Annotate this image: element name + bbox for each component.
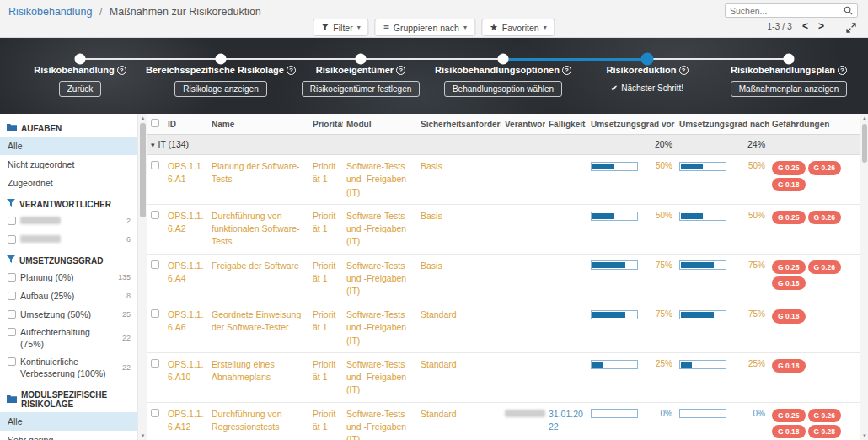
sidebar-item[interactable]: Alle: [0, 412, 137, 431]
help-icon[interactable]: ?: [562, 66, 571, 75]
step-action-button[interactable]: Zurück: [59, 81, 102, 97]
row-due-date[interactable]: [545, 204, 587, 254]
row-id-link[interactable]: OPS.1.1.6.A4: [164, 254, 208, 303]
row-id-link[interactable]: OPS.1.1.6.A1: [164, 155, 208, 205]
select-all-header[interactable]: [147, 114, 164, 135]
checkbox[interactable]: [8, 273, 16, 282]
table-scrollbar-thumb[interactable]: [862, 124, 867, 163]
fullscreen-toggle-icon[interactable]: [846, 21, 856, 36]
row-name-link[interactable]: Erstellung eines Abnahmeplans: [208, 352, 309, 402]
step-action-button[interactable]: Risikoeigentümer festlegen: [302, 81, 421, 97]
gefaehrdung-badge[interactable]: G 0.25: [772, 211, 806, 224]
step-dot-5[interactable]: [641, 53, 654, 66]
column-header[interactable]: ID: [164, 114, 208, 135]
row-module-link[interactable]: Software-Tests und -Freigaben (IT): [343, 402, 417, 440]
breadcrumb-parent-link[interactable]: Risikobehandlung: [8, 6, 92, 18]
sidebar-filter-option[interactable]: 2: [0, 212, 137, 231]
sidebar-scrollbar-thumb[interactable]: [140, 123, 146, 217]
row-checkbox[interactable]: [151, 409, 159, 417]
gefaehrdung-badge[interactable]: G 0.26: [808, 161, 842, 174]
scroll-up-icon[interactable]: ▲: [860, 115, 868, 121]
row-module-link[interactable]: Software-Tests und -Freigaben (IT): [343, 352, 417, 402]
table-scrollbar[interactable]: ▲ ▼: [860, 114, 868, 440]
row-name-link[interactable]: Durchführung von funktionalen Software-T…: [208, 204, 309, 254]
checkbox[interactable]: [8, 235, 16, 244]
help-icon[interactable]: ?: [838, 66, 847, 75]
favorites-button[interactable]: ★ Favoriten ▾: [481, 19, 555, 36]
sidebar-item[interactable]: Zugeordnet: [0, 174, 137, 192]
column-header[interactable]: Modul: [343, 114, 417, 135]
row-module-link[interactable]: Software-Tests und -Freigaben (IT): [343, 155, 417, 205]
row-due-date[interactable]: [545, 155, 587, 205]
sidebar-item[interactable]: Nicht zugeordnet: [0, 155, 137, 174]
collapse-caret-icon[interactable]: ▾: [151, 141, 155, 149]
sidebar-filter-option[interactable]: Aufrechterhaltung (75%)22: [0, 324, 137, 353]
row-checkbox[interactable]: [151, 161, 159, 169]
gefaehrdung-badge[interactable]: G 0.28: [808, 425, 842, 438]
row-id-link[interactable]: OPS.1.1.6.A2: [164, 204, 208, 254]
sidebar-item[interactable]: Sehr gering: [0, 431, 137, 440]
checkbox[interactable]: [8, 217, 16, 225]
gefaehrdung-badge[interactable]: G 0.25: [772, 161, 806, 174]
column-header[interactable]: Gefährdungen: [769, 114, 860, 135]
row-module-link[interactable]: Software-Tests und -Freigaben (IT): [343, 254, 417, 303]
column-header[interactable]: Fälligkeit: [545, 114, 587, 135]
gefaehrdung-badge[interactable]: G 0.18: [772, 425, 806, 438]
sidebar-item[interactable]: Alle: [0, 137, 137, 155]
row-due-date[interactable]: [545, 352, 587, 402]
step-dot-3[interactable]: [356, 54, 367, 65]
row-id-link[interactable]: OPS.1.1.6.A10: [164, 352, 208, 402]
gefaehrdung-badge[interactable]: G 0.26: [808, 211, 842, 224]
sidebar-filter-option[interactable]: Planung (0%)135: [0, 269, 137, 287]
step-dot-2[interactable]: [216, 54, 227, 65]
step-dot-6[interactable]: [784, 54, 795, 65]
group-by-button[interactable]: ≡ Gruppieren nach ▾: [375, 19, 475, 36]
step-action-button[interactable]: Maßnahmenplan anzeigen: [731, 81, 847, 97]
gefaehrdung-badge[interactable]: G 0.25: [772, 260, 806, 274]
row-name-link[interactable]: Durchführung von Regressionstests: [208, 402, 309, 440]
column-header[interactable]: Umsetzungsgrad vor Behandlung: [587, 114, 676, 135]
checkbox[interactable]: [8, 357, 16, 366]
row-due-date[interactable]: [545, 254, 587, 303]
row-due-date[interactable]: 31.01.2022: [545, 402, 587, 440]
select-all-checkbox[interactable]: [151, 119, 159, 127]
search-icon[interactable]: [844, 6, 853, 15]
row-name-link[interactable]: Freigabe der Software: [208, 254, 309, 303]
checkbox[interactable]: [8, 328, 16, 336]
step-action-button[interactable]: Risikolage anzeigen: [174, 81, 267, 97]
gefaehrdung-badge[interactable]: G 0.18: [772, 309, 806, 323]
sidebar-scrollbar[interactable]: ▲ ▼: [137, 114, 147, 440]
checkbox[interactable]: [8, 292, 16, 300]
help-icon[interactable]: ?: [117, 66, 126, 75]
prev-page-button[interactable]: <: [802, 21, 808, 31]
search-input[interactable]: [730, 6, 844, 16]
sidebar-filter-option[interactable]: 6: [0, 231, 137, 250]
column-header[interactable]: Verantwortlicher: [501, 114, 545, 135]
gefaehrdung-badge[interactable]: G 0.18: [772, 359, 806, 373]
column-header[interactable]: Name: [208, 114, 309, 135]
row-module-link[interactable]: Software-Tests und -Freigaben (IT): [343, 204, 417, 254]
scroll-down-icon[interactable]: ▼: [860, 433, 868, 438]
row-checkbox[interactable]: [151, 359, 159, 368]
checkbox[interactable]: [8, 310, 16, 319]
row-module-link[interactable]: Software-Tests und -Freigaben (IT): [343, 303, 417, 353]
gefaehrdung-badge[interactable]: G 0.26: [808, 409, 842, 422]
column-header[interactable]: Sicherheitsanforderung: [417, 114, 501, 135]
column-header[interactable]: Umsetzungsgrad nach Behandlung...: [676, 114, 769, 135]
sidebar-filter-option[interactable]: Umsetzung (50%)25: [0, 306, 137, 325]
gefaehrdung-badge[interactable]: G 0.26: [808, 260, 842, 274]
row-due-date[interactable]: [545, 303, 587, 353]
row-id-link[interactable]: OPS.1.1.6.A6: [164, 303, 208, 353]
step-dot-4[interactable]: [498, 54, 509, 65]
row-name-link[interactable]: Geordnete Einweisung der Software-Tester: [208, 303, 309, 353]
filter-button[interactable]: Filter ▾: [313, 19, 368, 36]
row-checkbox[interactable]: [151, 309, 159, 318]
help-icon[interactable]: ?: [679, 66, 689, 75]
step-action-button[interactable]: Behandlungsoption wählen: [444, 81, 562, 97]
row-name-link[interactable]: Planung der Software-Tests: [208, 155, 309, 205]
column-header[interactable]: Priorität: [309, 114, 343, 135]
row-checkbox[interactable]: [151, 211, 159, 219]
gefaehrdung-badge[interactable]: G 0.18: [772, 178, 806, 191]
row-id-link[interactable]: OPS.1.1.6.A12: [164, 402, 208, 440]
sidebar-filter-option[interactable]: Aufbau (25%)8: [0, 287, 137, 306]
